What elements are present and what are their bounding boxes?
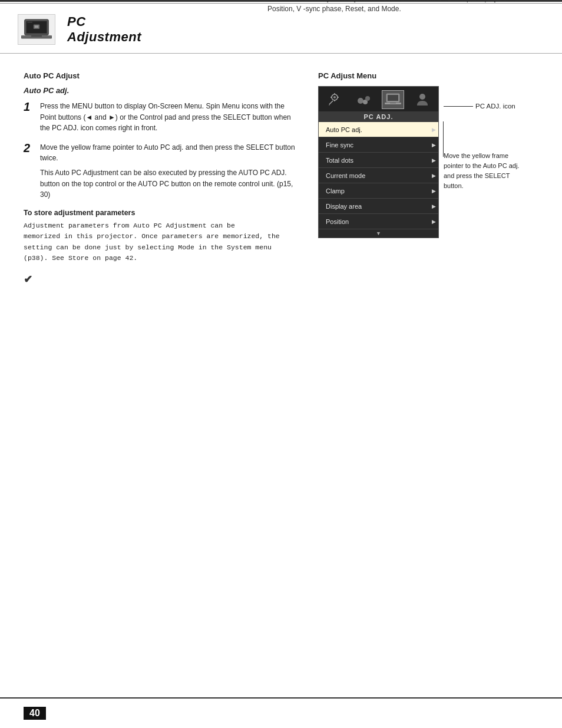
menu-container: PC ADJ. Auto PC adj. ▶ Fine sync ▶ — [318, 86, 536, 238]
step-number-2: 2 — [24, 142, 34, 154]
svg-point-17 — [365, 96, 370, 101]
svg-point-12 — [333, 96, 336, 98]
pcadj-icon-label: PC ADJ. icon — [475, 103, 515, 110]
menu-top-icons — [319, 87, 438, 111]
step-number-1: 1 — [24, 101, 34, 113]
svg-line-13 — [329, 101, 333, 104]
ann-line-1 — [444, 106, 473, 107]
menu-item-clamp[interactable]: Clamp ▶ — [319, 183, 438, 199]
sub-heading: Auto PC adj. — [24, 86, 300, 95]
menu-screenshot: PC ADJ. Auto PC adj. ▶ Fine sync ▶ — [318, 86, 439, 238]
menu-arrow-5: ▶ — [432, 188, 438, 194]
menu-arrow-3: ▶ — [432, 157, 438, 163]
menu-item-fine-sync[interactable]: Fine sync ▶ — [319, 137, 438, 153]
menu-icon-2 — [353, 90, 375, 109]
menu-icon-3-laptop — [382, 90, 404, 109]
svg-rect-6 — [35, 25, 39, 28]
store-heading: To store adjustment parameters — [24, 209, 300, 217]
header-description: selects Auto PC adj., Fine sync, Total d… — [267, 0, 538, 14]
laptop-icon — [21, 17, 52, 42]
bottom-area: 40 — [0, 697, 562, 728]
menu-label-bar: PC ADJ. — [319, 111, 438, 122]
step-item-2: 2 Move the yellow frame pointer to Auto … — [24, 142, 300, 200]
menu-arrow-2: ▶ — [432, 142, 438, 148]
pcadj-icon-annotation: PC ADJ. icon — [444, 103, 515, 110]
svg-point-22 — [419, 94, 425, 100]
menu-item-current-mode[interactable]: Current mode ▶ — [319, 168, 438, 183]
menu-item-position[interactable]: Position ▶ — [319, 214, 438, 229]
header: PC Adjustment selects Auto PC adj., Fine… — [0, 4, 562, 54]
right-column: PC Adjust Menu — [312, 71, 536, 286]
svg-rect-21 — [390, 103, 396, 104]
svg-point-15 — [358, 98, 363, 104]
step-item-1: 1 Press the MENU button to display On-Sc… — [24, 101, 300, 134]
menu-icon-4 — [411, 90, 434, 109]
menu-title: PC Adjust Menu — [318, 71, 536, 80]
header-icon — [18, 14, 55, 45]
menu-item-total-dots[interactable]: Total dots ▶ — [319, 153, 438, 168]
menu-icon-1 — [323, 90, 346, 109]
menu-item-auto-pc-adj[interactable]: Auto PC adj. ▶ — [319, 122, 438, 137]
menu-arrow-4: ▶ — [432, 173, 438, 179]
section-heading: Auto PC Adjust — [24, 71, 300, 80]
step-text-2: Move the yellow frame pointer to Auto PC… — [40, 142, 300, 200]
ann-vert-line — [443, 121, 444, 157]
step-list: 1 Press the MENU button to display On-Sc… — [24, 101, 300, 200]
menu-down-arrow: ▼ — [319, 229, 438, 238]
menu-arrow-6: ▶ — [432, 203, 438, 209]
step-text-1: Press the MENU button to display On-Scre… — [40, 101, 300, 134]
select-note-text: Move the yellow frame pointer to the Aut… — [444, 151, 520, 191]
header-title-area: PC Adjustment — [67, 14, 150, 45]
main-content: Auto PC Adjust Auto PC adj. 1 Press the … — [0, 54, 562, 298]
left-column: Auto PC Adjust Auto PC adj. 1 Press the … — [24, 71, 312, 286]
select-note-annotation: Move the yellow frame pointer to the Aut… — [444, 151, 520, 191]
menu-arrow-7: ▶ — [432, 219, 438, 225]
svg-rect-3 — [31, 35, 42, 37]
page-title: PC Adjustment — [67, 14, 150, 45]
checkmark-icon: ✔ — [24, 273, 300, 286]
svg-rect-19 — [388, 95, 398, 101]
menu-item-display-area[interactable]: Display area ▶ — [319, 199, 438, 214]
menu-arrow-1: ▶ — [432, 127, 438, 133]
menu-items-list: Auto PC adj. ▶ Fine sync ▶ Total dots ▶ — [319, 122, 438, 238]
page-number: 40 — [24, 707, 46, 720]
store-text: Adjustment parameters from Auto PC Adjus… — [24, 220, 300, 264]
